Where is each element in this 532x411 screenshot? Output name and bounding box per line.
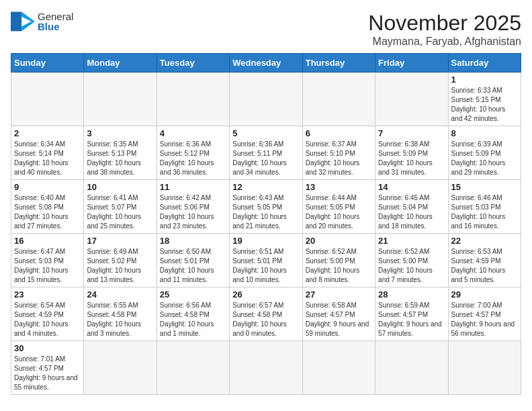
day-number: 29 <box>451 289 518 300</box>
day-info: Sunrise: 6:43 AM Sunset: 5:05 PM Dayligh… <box>232 193 299 231</box>
day-info: Sunrise: 6:47 AM Sunset: 5:03 PM Dayligh… <box>14 247 81 285</box>
day-number: 4 <box>160 128 226 138</box>
day-number: 15 <box>451 182 518 192</box>
day-number: 12 <box>232 182 299 192</box>
day-info: Sunrise: 6:37 AM Sunset: 5:10 PM Dayligh… <box>306 140 372 177</box>
day-number: 24 <box>87 289 153 300</box>
calendar-cell <box>375 341 448 395</box>
calendar-cell: 11Sunrise: 6:42 AM Sunset: 5:06 PM Dayli… <box>157 180 229 234</box>
day-info: Sunrise: 6:35 AM Sunset: 5:13 PM Dayligh… <box>87 140 153 177</box>
calendar-cell <box>230 341 302 395</box>
day-info: Sunrise: 6:55 AM Sunset: 4:58 PM Dayligh… <box>87 301 153 338</box>
day-number: 14 <box>378 182 445 192</box>
day-number: 17 <box>87 236 153 246</box>
calendar-cell: 17Sunrise: 6:49 AM Sunset: 5:02 PM Dayli… <box>84 234 157 287</box>
calendar-cell: 16Sunrise: 6:47 AM Sunset: 5:03 PM Dayli… <box>11 234 84 287</box>
day-info: Sunrise: 6:59 AM Sunset: 4:57 PM Dayligh… <box>378 301 445 338</box>
week-row-2: 9Sunrise: 6:40 AM Sunset: 5:08 PM Daylig… <box>11 180 521 234</box>
day-info: Sunrise: 6:54 AM Sunset: 4:59 PM Dayligh… <box>14 301 81 338</box>
calendar-header-row: SundayMondayTuesdayWednesdayThursdayFrid… <box>11 54 521 73</box>
calendar-cell: 7Sunrise: 6:38 AM Sunset: 5:09 PM Daylig… <box>375 126 448 180</box>
day-number: 16 <box>14 236 81 246</box>
day-info: Sunrise: 6:49 AM Sunset: 5:02 PM Dayligh… <box>87 247 153 285</box>
day-number: 8 <box>451 128 518 138</box>
calendar-cell <box>84 73 157 126</box>
week-row-0: 1Sunrise: 6:33 AM Sunset: 5:15 PM Daylig… <box>11 73 521 126</box>
day-number: 3 <box>87 128 153 138</box>
calendar-cell: 30Sunrise: 7:01 AM Sunset: 4:57 PM Dayli… <box>11 341 84 395</box>
calendar-cell: 2Sunrise: 6:34 AM Sunset: 5:14 PM Daylig… <box>11 126 84 180</box>
calendar-cell <box>230 73 302 126</box>
day-info: Sunrise: 6:44 AM Sunset: 5:05 PM Dayligh… <box>306 193 372 231</box>
calendar-cell <box>302 73 375 126</box>
day-info: Sunrise: 6:39 AM Sunset: 5:09 PM Dayligh… <box>451 140 518 177</box>
day-info: Sunrise: 6:41 AM Sunset: 5:07 PM Dayligh… <box>87 193 153 231</box>
calendar-cell: 14Sunrise: 6:45 AM Sunset: 5:04 PM Dayli… <box>375 180 448 234</box>
week-row-1: 2Sunrise: 6:34 AM Sunset: 5:14 PM Daylig… <box>11 126 521 180</box>
day-info: Sunrise: 7:00 AM Sunset: 4:57 PM Dayligh… <box>451 301 518 338</box>
calendar-cell: 8Sunrise: 6:39 AM Sunset: 5:09 PM Daylig… <box>448 126 521 180</box>
calendar-cell: 1Sunrise: 6:33 AM Sunset: 5:15 PM Daylig… <box>448 73 521 126</box>
day-info: Sunrise: 6:57 AM Sunset: 4:58 PM Dayligh… <box>232 301 299 338</box>
calendar-cell: 12Sunrise: 6:43 AM Sunset: 5:05 PM Dayli… <box>230 180 302 234</box>
day-number: 13 <box>306 182 372 192</box>
day-number: 23 <box>14 289 81 300</box>
calendar-cell: 25Sunrise: 6:56 AM Sunset: 4:58 PM Dayli… <box>157 287 229 341</box>
day-info: Sunrise: 6:36 AM Sunset: 5:12 PM Dayligh… <box>160 140 226 177</box>
day-info: Sunrise: 6:40 AM Sunset: 5:08 PM Dayligh… <box>14 193 81 231</box>
logo: General Blue <box>11 11 73 32</box>
day-info: Sunrise: 6:52 AM Sunset: 5:00 PM Dayligh… <box>306 247 372 285</box>
location-title: Maymana, Faryab, Afghanistan <box>368 36 521 48</box>
calendar-cell: 15Sunrise: 6:46 AM Sunset: 5:03 PM Dayli… <box>448 180 521 234</box>
day-info: Sunrise: 6:51 AM Sunset: 5:01 PM Dayligh… <box>232 247 299 285</box>
calendar-cell: 4Sunrise: 6:36 AM Sunset: 5:12 PM Daylig… <box>157 126 229 180</box>
calendar-cell: 9Sunrise: 6:40 AM Sunset: 5:08 PM Daylig… <box>11 180 84 234</box>
day-info: Sunrise: 7:01 AM Sunset: 4:57 PM Dayligh… <box>14 355 81 392</box>
calendar-cell <box>157 73 229 126</box>
day-number: 30 <box>14 343 81 353</box>
day-number: 7 <box>378 128 445 138</box>
calendar-cell: 24Sunrise: 6:55 AM Sunset: 4:58 PM Dayli… <box>84 287 157 341</box>
day-number: 28 <box>378 289 445 300</box>
day-info: Sunrise: 6:34 AM Sunset: 5:14 PM Dayligh… <box>14 140 81 177</box>
day-info: Sunrise: 6:50 AM Sunset: 5:01 PM Dayligh… <box>160 247 226 285</box>
logo-text: General Blue <box>38 11 73 32</box>
day-number: 10 <box>87 182 153 192</box>
day-info: Sunrise: 6:38 AM Sunset: 5:09 PM Dayligh… <box>378 140 445 177</box>
day-info: Sunrise: 6:46 AM Sunset: 5:03 PM Dayligh… <box>451 193 518 231</box>
day-number: 20 <box>306 236 372 246</box>
day-info: Sunrise: 6:58 AM Sunset: 4:57 PM Dayligh… <box>306 301 372 338</box>
calendar-header-saturday: Saturday <box>448 54 521 73</box>
calendar-cell <box>157 341 229 395</box>
day-info: Sunrise: 6:36 AM Sunset: 5:11 PM Dayligh… <box>232 140 299 177</box>
calendar-header-tuesday: Tuesday <box>157 54 229 73</box>
day-number: 26 <box>232 289 299 300</box>
svg-rect-0 <box>11 12 21 32</box>
header: General Blue November 2025 Maymana, Fary… <box>11 11 521 48</box>
day-number: 18 <box>160 236 226 246</box>
day-number: 25 <box>160 289 226 300</box>
calendar: SundayMondayTuesdayWednesdayThursdayFrid… <box>11 53 521 395</box>
calendar-header-monday: Monday <box>84 54 157 73</box>
calendar-cell: 21Sunrise: 6:52 AM Sunset: 5:00 PM Dayli… <box>375 234 448 287</box>
calendar-cell: 27Sunrise: 6:58 AM Sunset: 4:57 PM Dayli… <box>302 287 375 341</box>
day-number: 19 <box>232 236 299 246</box>
day-number: 1 <box>451 75 518 85</box>
day-number: 22 <box>451 236 518 246</box>
calendar-cell: 18Sunrise: 6:50 AM Sunset: 5:01 PM Dayli… <box>157 234 229 287</box>
calendar-cell: 22Sunrise: 6:53 AM Sunset: 4:59 PM Dayli… <box>448 234 521 287</box>
day-number: 27 <box>306 289 372 300</box>
calendar-cell <box>448 341 521 395</box>
week-row-3: 16Sunrise: 6:47 AM Sunset: 5:03 PM Dayli… <box>11 234 521 287</box>
calendar-cell <box>375 73 448 126</box>
calendar-cell: 10Sunrise: 6:41 AM Sunset: 5:07 PM Dayli… <box>84 180 157 234</box>
week-row-4: 23Sunrise: 6:54 AM Sunset: 4:59 PM Dayli… <box>11 287 521 341</box>
calendar-header-sunday: Sunday <box>11 54 84 73</box>
calendar-cell: 6Sunrise: 6:37 AM Sunset: 5:10 PM Daylig… <box>302 126 375 180</box>
day-number: 6 <box>306 128 372 138</box>
calendar-cell: 13Sunrise: 6:44 AM Sunset: 5:05 PM Dayli… <box>302 180 375 234</box>
calendar-cell <box>84 341 157 395</box>
day-number: 2 <box>14 128 81 138</box>
calendar-cell: 20Sunrise: 6:52 AM Sunset: 5:00 PM Dayli… <box>302 234 375 287</box>
logo-icon <box>11 11 35 32</box>
